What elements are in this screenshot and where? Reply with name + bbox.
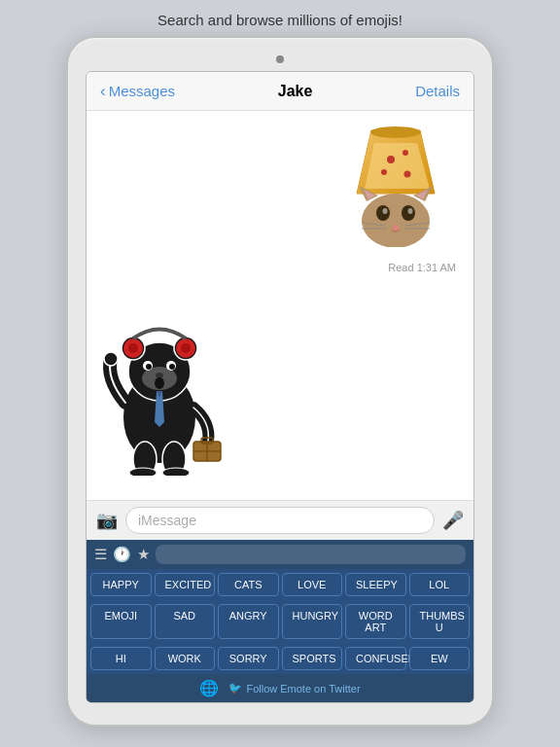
globe-icon[interactable]: 🌐	[199, 679, 219, 697]
tag-angry[interactable]: ANGRY	[218, 604, 279, 639]
svg-point-7	[404, 171, 411, 178]
details-button[interactable]: Details	[415, 83, 460, 99]
svg-point-13	[376, 205, 390, 221]
svg-point-5	[402, 150, 408, 156]
tag-happy[interactable]: HAPPY	[90, 573, 152, 596]
tag-excited[interactable]: EXCITED	[155, 573, 216, 596]
back-chevron-icon: ‹	[100, 82, 106, 101]
twitter-follow-label: Follow Emote on Twitter	[246, 683, 360, 694]
tag-emoji[interactable]: EMOJI	[90, 604, 152, 639]
emoji-bottom-bar: 🌐 🐦 Follow Emote on Twitter	[87, 674, 473, 702]
tag-lol[interactable]: LOL	[409, 573, 471, 596]
emoji-keyboard: ☰ 🕐 ★ HAPPY EXCITED CATS LOVE SLEEPY LOL…	[87, 540, 473, 702]
svg-point-47	[162, 468, 190, 476]
tag-cats[interactable]: CATS	[218, 573, 279, 596]
back-button[interactable]: ‹ Messages	[100, 82, 175, 101]
tag-work[interactable]: WORK	[155, 647, 216, 670]
messages-body: Read 1:31 AM	[87, 111, 473, 500]
message-input-bar: 📷 iMessage 🎤	[87, 500, 473, 540]
svg-point-33	[146, 364, 152, 370]
emoji-search-input[interactable]	[156, 545, 466, 564]
tag-hi[interactable]: HI	[90, 647, 152, 670]
svg-point-14	[402, 205, 415, 221]
svg-point-4	[387, 156, 395, 163]
hamburger-icon[interactable]: ☰	[94, 546, 107, 563]
star-icon[interactable]: ★	[137, 546, 150, 563]
tag-sleepy[interactable]: SLEEPY	[345, 573, 406, 596]
svg-point-37	[104, 352, 118, 366]
camera-dot	[276, 55, 284, 63]
clock-icon[interactable]: 🕐	[113, 546, 131, 563]
ipad-frame: ‹ Messages Jake Details	[66, 36, 494, 727]
camera-icon[interactable]: 📷	[96, 510, 118, 531]
tag-sports[interactable]: SPORTS	[282, 647, 343, 670]
tag-sad[interactable]: SAD	[155, 604, 216, 639]
tag-thumbs-up[interactable]: THUMBS U	[409, 604, 471, 639]
svg-point-34	[169, 364, 175, 370]
svg-point-15	[383, 208, 388, 214]
svg-point-6	[381, 169, 387, 175]
twitter-icon: 🐦	[228, 682, 242, 694]
pizza-cat-sticker	[337, 125, 454, 252]
svg-point-29	[181, 343, 191, 353]
message-input[interactable]: iMessage	[125, 507, 435, 534]
bear-sticker	[96, 305, 223, 476]
back-label: Messages	[109, 83, 175, 99]
svg-point-36	[155, 377, 164, 389]
tag-love[interactable]: LOVE	[282, 573, 343, 596]
conversation-title: Jake	[278, 83, 313, 100]
ipad-screen: ‹ Messages Jake Details	[86, 71, 474, 703]
tag-ew[interactable]: EW	[409, 647, 471, 670]
tag-sorry[interactable]: SORRY	[218, 647, 279, 670]
emoji-tags-row1: HAPPY EXCITED CATS LOVE SLEEPY LOL	[87, 569, 473, 600]
svg-point-8	[362, 194, 430, 247]
read-time: Read 1:31 AM	[388, 262, 456, 273]
tagline: Search and browse millions of emojis!	[158, 12, 402, 28]
svg-point-27	[128, 343, 138, 353]
messages-navbar: ‹ Messages Jake Details	[87, 72, 473, 111]
svg-point-2	[370, 126, 421, 138]
mic-icon[interactable]: 🎤	[442, 510, 464, 531]
tag-confused[interactable]: CONFUSED	[345, 647, 406, 670]
tag-word-art[interactable]: WORD ART	[345, 604, 406, 639]
emoji-tags-row3: HI WORK SORRY SPORTS CONFUSED EW	[87, 643, 473, 674]
page-background: Search and browse millions of emojis! ‹ …	[0, 0, 560, 747]
twitter-follow-link[interactable]: 🐦 Follow Emote on Twitter	[228, 682, 360, 694]
emoji-tags-row2: EMOJI SAD ANGRY HUNGRY WORD ART THUMBS U	[87, 600, 473, 643]
svg-point-46	[129, 468, 157, 476]
tag-hungry[interactable]: HUNGRY	[282, 604, 343, 639]
emoji-toolbar: ☰ 🕐 ★	[87, 540, 473, 569]
svg-point-16	[408, 208, 413, 214]
